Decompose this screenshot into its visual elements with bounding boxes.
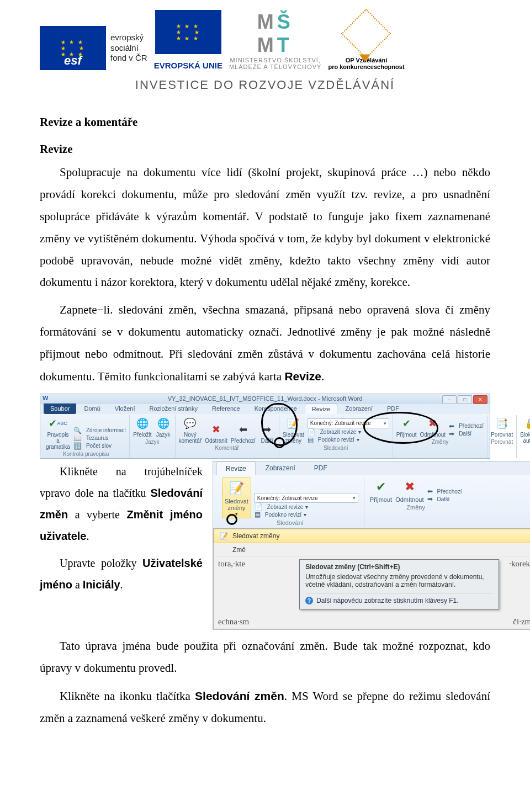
word-icon: W: [43, 395, 48, 401]
accept-button[interactable]: ✔Přijmout: [396, 415, 417, 438]
eu-logo: ★ ★ ★★ ★★ ★ ★ EVROPSKÁ UNIE: [154, 10, 222, 70]
language-button[interactable]: 🌐Jazyk: [155, 415, 172, 438]
op-shape-icon: [341, 9, 391, 59]
doc-icon: 📄: [308, 428, 316, 436]
bg-text: tora,·kte: [214, 557, 250, 615]
para-2-bold: Revize: [284, 370, 321, 383]
wordcount-button[interactable]: 🔢Počet slov: [73, 442, 126, 450]
para-1: Spolupracuje na dokumentu více lidí (ško…: [40, 162, 490, 294]
word-ribbon-screenshot: W VY_32_INOVACE_61_IVT_MSOFFICE_11_Word.…: [40, 394, 490, 459]
tab-reference[interactable]: Reference: [205, 404, 247, 414]
reject-button[interactable]: ✖Odmítnout: [420, 415, 446, 438]
heading-main: Revize a komentáře: [40, 115, 490, 129]
next-icon: ➡: [449, 430, 454, 438]
prev-change-button[interactable]: ⬅Předchozí: [449, 422, 484, 430]
reviewing-pane-button[interactable]: ▤Podokno revizí ▾: [308, 436, 389, 444]
msmt-logo: MŠMT MINISTERSTVO ŠKOLSTVÍ, MLÁDEŽE A TĚ…: [229, 10, 322, 70]
tab-domu[interactable]: Domů: [77, 404, 107, 414]
spelling-button[interactable]: ✔ABC Pravopis a gramatika: [46, 415, 70, 450]
prev-icon: ⬅: [235, 421, 251, 438]
para-6: Klikněte na ikonku tlačítka Sledování zm…: [40, 685, 490, 730]
prev-comment-button[interactable]: ⬅Předchozí: [231, 421, 256, 444]
help-icon: ?: [305, 597, 313, 604]
tab-revize-2[interactable]: Revize: [216, 461, 256, 475]
bg-text: čí·změny·: [508, 615, 530, 629]
para-4: Upravte položky Uživatelské jméno a Inic…: [40, 553, 203, 596]
tab-zobrazeni-2[interactable]: Zobrazení: [257, 461, 304, 475]
tab-rozlozeni[interactable]: Rozložení stránky: [143, 404, 204, 414]
pane-icon: ▤: [308, 436, 314, 444]
group-sledovani-2: 📝 Sledovat změny ▾ Konečný: Zobrazit rev…: [216, 477, 364, 527]
ribbon-tabs: Soubor Domů Vložení Rozložení stránky Re…: [40, 404, 490, 414]
track-changes-split-button[interactable]: 📝 Sledovat změny ▾: [222, 477, 251, 518]
reject-button-2[interactable]: ✖Odmítnout: [395, 477, 423, 503]
prev-change-button-2[interactable]: ⬅Předchozí: [427, 487, 462, 495]
display-mode-dropdown-2[interactable]: Konečný: Zobrazit revize: [255, 493, 358, 503]
comment-icon: 💬: [182, 415, 198, 432]
annotation-dropdown-dot: [274, 437, 285, 448]
bg-text: ·korekce.·¶: [505, 557, 530, 571]
ribbon-content: ✔ABC Pravopis a gramatika 🔍Zdroje inform…: [40, 414, 490, 458]
next-change-button[interactable]: ➡Další: [449, 430, 484, 438]
maximize-button[interactable]: □: [458, 395, 472, 404]
tab-pdf-2[interactable]: PDF: [305, 461, 336, 475]
window-title: W VY_32_INOVACE_61_IVT_MSOFFICE_11_Word.…: [40, 394, 490, 404]
display-mode-dropdown[interactable]: Konečný: Zobrazit revize: [308, 418, 389, 428]
para-2-post: .: [321, 370, 324, 383]
group-komentar: 💬Nový komentář ✖Odstranit ⬅Předchozí ➡Da…: [176, 415, 279, 458]
show-markup-button-2[interactable]: 📄Zobrazit revize ▾: [255, 503, 358, 511]
close-button[interactable]: ✕: [473, 395, 487, 404]
delete-comment-button[interactable]: ✖Odstranit: [205, 421, 227, 444]
tab-revize[interactable]: Revize: [305, 404, 338, 414]
book-icon: 📖: [73, 434, 82, 442]
track-changes-tooltip: Sledovat změny (Ctrl+Shift+E) Umožňuje s…: [299, 559, 499, 609]
tooltip-title: Sledovat změny (Ctrl+Shift+E): [305, 563, 493, 571]
para-2-text: Zapnete−li. sledování změn, všechna smaz…: [40, 303, 490, 383]
globe-icon: 🌐: [155, 415, 172, 432]
tooltip-body: Umožňuje sledovat všechny změny proveden…: [305, 573, 493, 588]
next-comment-button[interactable]: ➡Další: [259, 421, 275, 444]
tooltip-help: ? Další nápovědu zobrazíte stisknutím kl…: [305, 593, 493, 604]
group-pravopis: ✔ABC Pravopis a gramatika 🔍Zdroje inform…: [43, 415, 130, 458]
heading-sub: Revize: [40, 142, 490, 156]
tab-pdf[interactable]: PDF: [380, 404, 406, 414]
prev-icon: ⬅: [427, 487, 433, 495]
op-line2: pro konkurenceschopnost: [328, 63, 404, 70]
group-jazyk: 🌐Přeložit 🌐Jazyk Jazyk: [130, 415, 175, 458]
op-logo: OP Vzdělávání pro konkurenceschopnost: [328, 10, 404, 70]
count-icon: 🔢: [73, 442, 82, 450]
banner: INVESTICE DO ROZVOJE VZDĚLÁVÁNÍ: [40, 73, 490, 102]
accept-icon: ✔: [371, 477, 391, 496]
prev-icon: ⬅: [449, 422, 454, 430]
menu-item-track-changes[interactable]: 📝 Sledovat změny: [214, 529, 530, 543]
next-change-button-2[interactable]: ➡Další: [427, 495, 462, 503]
eu-flag-icon: ★ ★ ★★ ★★ ★ ★: [155, 10, 221, 54]
tab-vlozeni[interactable]: Vložení: [108, 404, 142, 414]
reviewing-pane-button-2[interactable]: ▤Podokno revizí ▾: [255, 511, 358, 518]
book-icon: 🔍: [73, 427, 82, 434]
menu-item-change-username[interactable]: Změ y·změny·: [214, 543, 530, 557]
compare-icon: 📑: [494, 415, 510, 432]
group-zamek: 🔒Blokovat autory 🛡Omezit úpravy Zámek: [517, 415, 530, 458]
translate-button[interactable]: 🌐Přeložit: [133, 415, 151, 438]
sponsor-logos: ★ ★ ★★ ★★ ★ ★ esf evropský sociální fond…: [40, 0, 490, 73]
lock-icon: 🔒: [522, 415, 530, 432]
para-3: Klikněte na trojúhelníček vpravo dole na…: [40, 461, 203, 547]
tab-soubor[interactable]: Soubor: [44, 404, 76, 414]
esf-caption: evropský sociální fond v ČR: [110, 33, 147, 63]
new-comment-button[interactable]: 💬Nový komentář: [179, 415, 202, 444]
accept-button-2[interactable]: ✔Přijmout: [370, 477, 392, 503]
bg-text: echna·sm: [214, 615, 253, 629]
tab-zobrazeni[interactable]: Zobrazení: [338, 404, 379, 414]
thesaurus-button[interactable]: 📖Tezaurus: [73, 434, 126, 442]
track-changes-button[interactable]: 📝Sledovat změny: [283, 415, 304, 444]
tab-korespondence[interactable]: Korespondence: [248, 404, 304, 414]
show-markup-button[interactable]: 📄Zobrazit revize ▾: [308, 428, 389, 436]
minimize-button[interactable]: –: [442, 395, 457, 404]
window-title-text: VY_32_INOVACE_61_IVT_MSOFFICE_11_Word.do…: [168, 395, 363, 402]
research-button[interactable]: 🔍Zdroje informací: [73, 427, 126, 434]
block-authors-button[interactable]: 🔒Blokovat autory: [520, 415, 530, 444]
compare-button[interactable]: 📑Porovnat: [491, 415, 513, 438]
pane-icon: ▤: [255, 511, 261, 518]
msmt-line2: MLÁDEŽE A TĚLOVÝCHOVY: [229, 63, 322, 70]
